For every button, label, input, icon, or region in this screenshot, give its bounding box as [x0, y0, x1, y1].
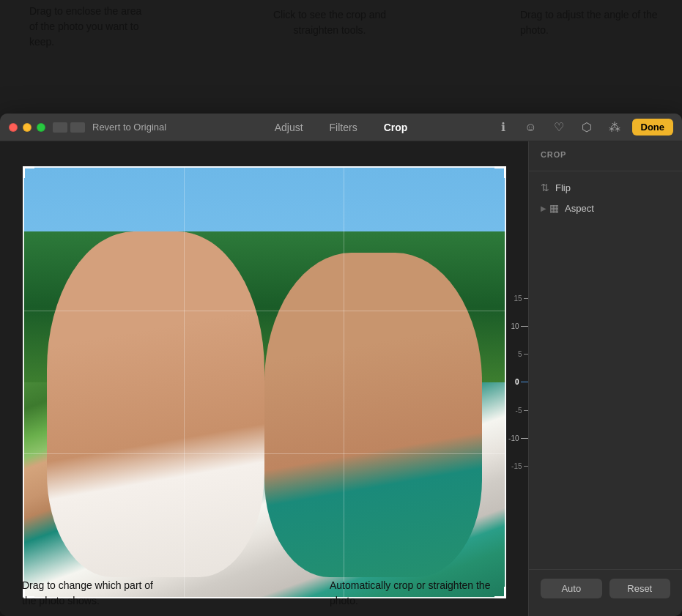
view-switcher: [53, 122, 85, 133]
aspect-item[interactable]: ▶ ▦ Aspect: [529, 198, 682, 218]
angle-tick-0: [521, 382, 529, 382]
panel-section-title: CROP: [529, 150, 682, 159]
face-left-layer: [47, 231, 264, 577]
share-icon: ⬡: [582, 120, 592, 134]
callout-top-center: Click to see the crop and straighten too…: [256, 7, 403, 38]
traffic-lights: [9, 123, 45, 132]
aspect-label: Aspect: [565, 203, 594, 214]
angle-marker-0: 0: [515, 378, 528, 386]
angle-label-15: 15: [514, 294, 522, 303]
info-button[interactable]: ℹ: [493, 117, 514, 138]
tab-adjust[interactable]: Adjust: [269, 119, 309, 136]
callout-bottom-left-text: Drag to change which part of the photo s…: [22, 579, 153, 606]
angle-marker-neg10: -10: [508, 434, 528, 442]
angle-label-neg15: -15: [511, 462, 522, 470]
angle-dial[interactable]: 15 10 5 0: [508, 294, 529, 470]
angle-label-0: 0: [515, 378, 519, 386]
main-area: 15 10 5 0: [0, 141, 682, 616]
angle-tick-neg15: [524, 466, 529, 467]
callout-top-right: Drag to adjust the angle of the photo.: [520, 7, 667, 38]
angle-tick-5: [524, 354, 529, 355]
angle-marker-10: 10: [511, 322, 528, 330]
photo-image: [23, 166, 506, 598]
more-button[interactable]: ⁂: [604, 117, 625, 138]
photo-container: 15 10 5 0: [23, 166, 506, 598]
face-right-layer: [264, 253, 482, 577]
angle-tick-10: [521, 326, 529, 327]
minimize-button[interactable]: [23, 123, 31, 132]
view-single-icon[interactable]: [53, 122, 67, 133]
angle-tick-15: [524, 298, 529, 299]
callout-bottom-right-text: Automatically crop or straighten the pho…: [330, 579, 490, 606]
chevron-right-icon: ▶: [541, 204, 546, 212]
close-button[interactable]: [9, 123, 18, 132]
angle-label-neg10: -10: [508, 434, 519, 442]
angle-marker-neg15: -15: [511, 462, 528, 470]
auto-button[interactable]: Auto: [541, 579, 602, 598]
flip-label: Flip: [555, 182, 571, 193]
revert-button[interactable]: Revert to Original: [92, 122, 166, 133]
view-grid-icon[interactable]: [70, 122, 85, 133]
aspect-icon: ▦: [549, 202, 559, 214]
angle-marker-15: 15: [514, 294, 528, 303]
toolbar-right: ℹ ☺ ♡ ⬡ ⁂ Done: [493, 117, 674, 138]
emoji-button[interactable]: ☺: [521, 117, 541, 138]
toolbar-tabs: Adjust Filters Crop: [269, 119, 414, 136]
angle-tick-neg10: [521, 438, 529, 439]
callout-top-center-text: Click to see the crop and straighten too…: [273, 9, 386, 36]
callout-top-right-text: Drag to adjust the angle of the photo.: [520, 9, 658, 36]
app-window: Revert to Original Adjust Filters Crop ℹ…: [0, 114, 682, 616]
photo-area[interactable]: 15 10 5 0: [0, 141, 528, 616]
panel-divider-1: [529, 171, 682, 171]
angle-label-5: 5: [518, 350, 522, 358]
more-icon: ⁂: [609, 120, 620, 134]
angle-label-10: 10: [511, 322, 519, 330]
callout-top-left: Drag to enclose the area of the photo yo…: [29, 4, 147, 50]
callout-top-left-text: Drag to enclose the area of the photo yo…: [29, 5, 141, 48]
flip-item[interactable]: ⇅ Flip: [529, 177, 682, 198]
done-button[interactable]: Done: [632, 119, 674, 136]
angle-marker-neg5: -5: [516, 407, 528, 415]
titlebar: Revert to Original Adjust Filters Crop ℹ…: [0, 114, 682, 141]
heart-button[interactable]: ♡: [549, 117, 569, 138]
tab-filters[interactable]: Filters: [324, 119, 363, 136]
panel-bottom: Auto Reset: [529, 569, 682, 607]
callout-bottom-right: Automatically crop or straighten the pho…: [330, 578, 498, 609]
emoji-icon: ☺: [525, 121, 536, 134]
share-button[interactable]: ⬡: [577, 117, 597, 138]
angle-label-neg5: -5: [516, 407, 522, 415]
callout-bottom-left: Drag to change which part of the photo s…: [22, 578, 168, 609]
angle-tick-neg5: [524, 410, 529, 411]
right-panel: CROP ⇅ Flip ▶ ▦ Aspect Auto Reset: [528, 141, 682, 616]
info-icon: ℹ: [501, 120, 505, 134]
maximize-button[interactable]: [37, 123, 45, 132]
flip-icon: ⇅: [541, 182, 549, 193]
angle-marker-5: 5: [518, 350, 528, 358]
heart-icon: ♡: [554, 120, 564, 134]
reset-button[interactable]: Reset: [609, 579, 671, 598]
tab-crop[interactable]: Crop: [378, 119, 414, 136]
